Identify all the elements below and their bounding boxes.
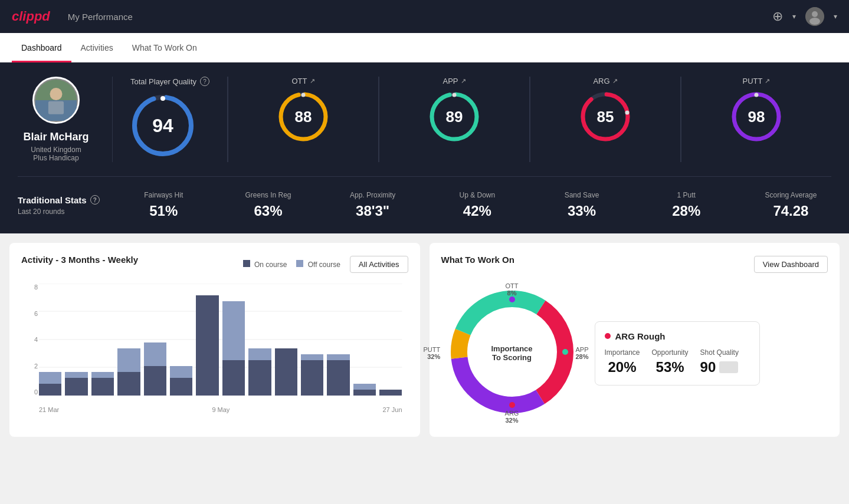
total-quality: Total Player Quality ? 94 [113,77,228,162]
app-trend-icon: ↗ [461,77,466,85]
bar-off [144,342,166,366]
svg-point-9 [160,96,165,101]
player-country: United Kingdom [31,146,81,154]
user-chevron: ▾ [834,12,837,21]
header-right: ⊕ ▾ ▾ [772,7,837,26]
add-icon[interactable]: ⊕ [772,9,783,24]
bar-on [248,360,271,396]
logo[interactable]: clippd [12,9,50,24]
bar-group [379,284,402,396]
header-left: clippd My Performance [12,9,133,24]
bar-on [353,390,376,396]
arg-metric-shotquality: Shot Quality 90 [700,348,739,375]
player-handicap: Plus Handicap [33,154,78,162]
bar-on [65,378,87,396]
bar-off [91,372,114,378]
wtwon-header: What To Work On View Dashboard [441,255,828,274]
bar-group [39,284,61,396]
metric-ott: OTT ↗ 88 [228,77,379,162]
tq-label: Total Player Quality ? [130,77,209,86]
arg-value: 85 [597,108,614,126]
bar-on [275,348,297,396]
trad-help-icon[interactable]: ? [90,195,100,205]
bar-group [144,284,166,396]
bar-on [39,384,61,396]
bar-on [91,378,114,396]
metric-app: APP ↗ 89 [379,77,530,162]
bar-off [170,366,192,378]
bar-on [196,295,218,396]
help-icon[interactable]: ? [200,77,209,86]
bar-off [353,384,376,390]
ott-trend-icon: ↗ [310,77,315,85]
tab-what-to-work-on[interactable]: What To Work On [123,35,206,62]
stat-1putt: 1 Putt 28% [646,191,727,219]
stat-updown: Up & Down 42% [437,191,517,219]
bar-off [222,301,245,360]
bar-off [248,348,271,360]
avatar [32,77,80,124]
header: clippd My Performance ⊕ ▾ ▾ [0,0,849,33]
svg-point-12 [301,93,306,97]
legend-off-dot [296,260,303,267]
bar-group [196,284,218,396]
ott-label-outer: OTT 8% [506,282,519,297]
putt-trend-icon: ↗ [765,77,770,85]
putt-label-outer: PUTT 32% [424,346,441,360]
chart-title: Activity - 3 Months - Weekly [21,255,138,265]
app-label-outer: APP 28% [575,346,588,360]
total-quality-gauge: 94 [130,93,195,158]
bar-group [248,284,271,396]
chart-area: 8 6 4 2 0 21 Mar 9 May 27 Jun [21,284,408,413]
stat-sandsave: Sand Save 33% [541,191,622,219]
svg-point-33 [562,349,568,355]
svg-rect-6 [48,101,64,114]
chart-x-labels: 21 Mar 9 May 27 Jun [39,406,402,413]
all-activities-button[interactable]: All Activities [350,256,408,273]
arg-card: ARG Rough Importance 20% Opportunity 53%… [595,321,760,386]
chart-bars [39,284,402,396]
donut-center: Importance To Scoring [491,344,532,362]
putt-label: PUTT ↗ [743,77,771,85]
bar-off [39,372,61,384]
bar-off [327,354,349,360]
bar-on [222,360,245,396]
donut-chart-wrap: Importance To Scoring OTT 8% APP 28% ARG… [441,281,583,425]
player-info: Blair McHarg United Kingdom Plus Handica… [18,77,112,162]
bar-on [379,390,402,396]
stat-proximity: App. Proximity 38'3" [332,191,413,219]
app-value: 89 [446,108,463,126]
trad-stats: Traditional Stats ? Last 20 rounds Fairw… [18,191,831,219]
tab-activities[interactable]: Activities [71,35,123,62]
bar-group [222,284,245,396]
trad-stats-label: Traditional Stats ? Last 20 rounds [18,195,100,216]
header-title: My Performance [68,12,133,22]
arg-label-outer: ARG 32% [505,410,519,424]
chart-y-labels: 8 6 4 2 0 [21,284,38,396]
arg-metrics: Importance 20% Opportunity 53% Shot Qual… [605,348,750,375]
bar-group [117,284,140,396]
view-dashboard-button[interactable]: View Dashboard [754,256,828,273]
total-quality-value: 94 [152,115,173,137]
arg-label: ARG ↗ [593,77,617,85]
bar-group [327,284,349,396]
chart-legend: On course Off course [243,260,340,269]
metric-putt: PUTT ↗ 98 [681,77,831,162]
bar-on [117,372,140,396]
wtwon-body: Importance To Scoring OTT 8% APP 28% ARG… [441,281,828,425]
tab-dashboard[interactable]: Dashboard [12,35,71,62]
bar-group [65,284,87,396]
bar-group [353,284,376,396]
bottom-panels: Activity - 3 Months - Weekly On course O… [0,233,849,446]
stats-top: Blair McHarg United Kingdom Plus Handica… [18,77,831,177]
avatar[interactable] [805,7,824,26]
shot-quality-bar [719,361,738,373]
bar-group [170,284,192,396]
activity-panel: Activity - 3 Months - Weekly On course O… [9,243,420,437]
bar-on [327,360,349,396]
arg-trend-icon: ↗ [612,77,618,85]
svg-point-1 [812,11,818,17]
chart-controls: On course Off course All Activities [243,256,408,273]
arg-metric-importance: Importance 20% [605,348,640,375]
bar-off [301,354,323,360]
